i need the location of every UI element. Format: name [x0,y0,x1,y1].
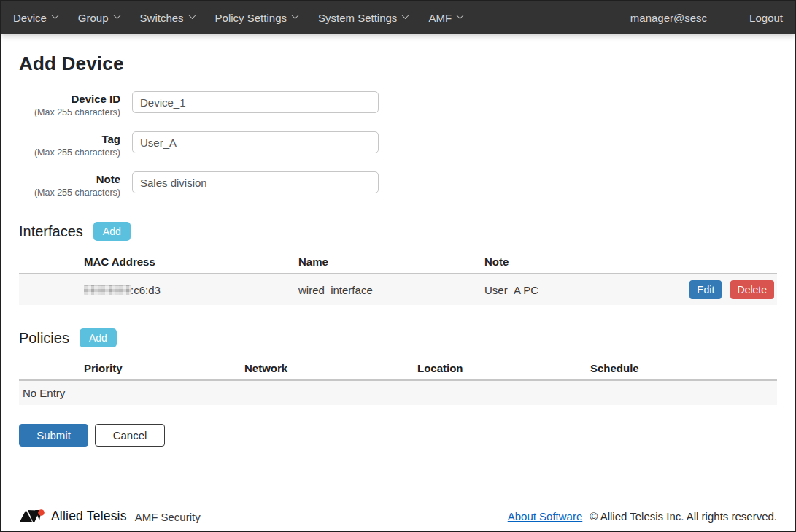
policies-col-schedule: Schedule [590,358,777,380]
interfaces-table: MAC Address Name Note :c6:d3 wired_inter… [19,251,777,305]
nav-menu-device-label: Device [13,12,47,24]
nav-menu-policy-settings-label: Policy Settings [215,12,287,24]
copyright-text: © Allied Telesis Inc. All rights reserve… [590,510,777,523]
form-row-tag: Tag (Max 255 characters) [19,131,777,158]
interfaces-col-note: Note [484,251,662,274]
chevron-down-icon [51,12,58,19]
note-field[interactable] [132,171,379,193]
interfaces-col-actions [662,251,777,274]
policies-col-location: Location [417,358,590,380]
interfaces-header-row: MAC Address Name Note [19,251,777,274]
policies-col-network: Network [244,358,417,380]
policies-header-row: Priority Network Location Schedule [19,358,777,380]
device-id-label: Device ID [19,93,120,107]
edit-interface-button[interactable]: Edit [689,280,722,299]
logout-button[interactable]: Logout [749,3,783,33]
footer-links-block: About Software © Allied Telesis Inc. All… [508,510,777,523]
allied-telesis-logo-icon [19,508,45,524]
table-row: :c6:d3 wired_interface User_A PC Edit De… [19,274,777,305]
add-interface-button[interactable]: Add [93,222,131,241]
page-footer: Allied Telesis AMF Security About Softwa… [1,504,795,531]
interface-actions-cell: Edit Delete [662,274,777,305]
nav-menu-system-settings[interactable]: System Settings [308,3,418,33]
device-id-field[interactable] [132,91,379,113]
tag-hint: (Max 255 characters) [19,147,120,158]
delete-interface-button[interactable]: Delete [730,280,774,299]
device-id-hint: (Max 255 characters) [19,107,120,118]
submit-button[interactable]: Submit [19,424,88,447]
interfaces-col-name: Name [298,251,484,274]
add-policy-button[interactable]: Add [80,328,117,347]
nav-menu-group-label: Group [78,12,109,24]
chevron-down-icon [292,12,299,19]
cancel-button[interactable]: Cancel [95,424,165,447]
nav-menu-switches[interactable]: Switches [130,3,205,33]
note-hint: (Max 255 characters) [19,187,120,198]
form-actions: Submit Cancel [19,424,777,447]
top-navbar: Device Group Switches Policy Settings Sy… [1,1,795,34]
nav-menu-amf-label: AMF [428,12,452,24]
policies-section-header: Policies Add [19,328,777,347]
policies-table: Priority Network Location Schedule No En… [19,358,777,405]
nav-menu-group[interactable]: Group [68,3,130,33]
main-content: Add Device Device ID (Max 255 characters… [1,34,795,504]
footer-brand-block: Allied Telesis AMF Security [19,508,201,524]
tag-label-block: Tag (Max 255 characters) [19,131,120,158]
interface-note-cell: User_A PC [484,274,662,305]
redacted-mac-prefix [84,285,131,295]
nav-menu-device[interactable]: Device [13,3,68,33]
policies-empty-message: No Entry [19,380,777,405]
tag-field[interactable] [132,131,379,153]
nav-menu-policy-settings[interactable]: Policy Settings [205,3,308,33]
page-title: Add Device [19,53,777,75]
interfaces-title: Interfaces [19,223,83,240]
interfaces-section-header: Interfaces Add [19,222,777,241]
product-name: AMF Security [135,509,201,523]
form-row-device-id: Device ID (Max 255 characters) [19,91,777,118]
chevron-down-icon [113,12,120,19]
device-id-label-block: Device ID (Max 255 characters) [19,91,120,118]
brand-name: Allied Telesis [51,509,127,524]
nav-menu-amf[interactable]: AMF [418,3,473,33]
interface-mac-suffix: :c6:d3 [131,284,161,296]
note-label-block: Note (Max 255 characters) [19,171,120,198]
interface-mac-cell: :c6:d3 [19,274,298,305]
about-software-link[interactable]: About Software [508,510,583,523]
logged-in-user: manager@sesc [630,3,707,33]
nav-menu-switches-label: Switches [140,12,184,24]
interfaces-col-mac-address: MAC Address [19,251,298,274]
nav-menu-system-settings-label: System Settings [318,12,397,24]
navbar-right: manager@sesc Logout [630,3,783,33]
table-row: No Entry [19,380,777,405]
chevron-down-icon [402,12,409,19]
policies-col-priority: Priority [19,358,244,380]
chevron-down-icon [457,12,464,19]
form-row-note: Note (Max 255 characters) [19,171,777,198]
tag-label: Tag [19,133,120,147]
policies-title: Policies [19,330,69,347]
chevron-down-icon [188,12,196,19]
interface-name-cell: wired_interface [298,274,484,305]
note-label: Note [19,173,120,187]
